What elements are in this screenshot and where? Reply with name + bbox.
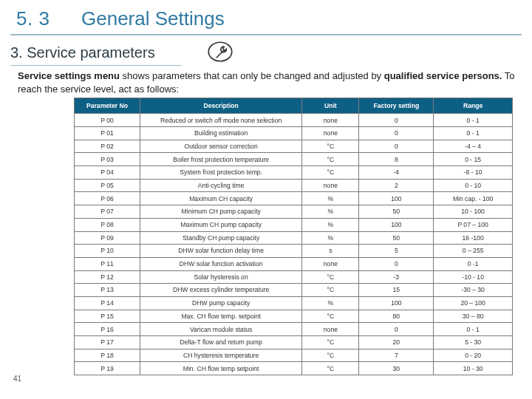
table-row: P 13DHW excess cylinder temperature°C15-… [75, 284, 513, 297]
cell-range: 20 – 100 [434, 296, 513, 310]
cell-range: 5 - 30 [434, 336, 513, 349]
wrench-icon [207, 38, 233, 68]
cell-unit: % [302, 205, 359, 219]
cell-no: P 00 [75, 114, 140, 127]
cell-range: 0 - 1 [434, 114, 513, 127]
cell-factory: 0 [359, 323, 434, 336]
cell-no: P 08 [75, 218, 140, 231]
cell-no: P 07 [75, 205, 140, 219]
cell-desc: Maximum CH capacity [140, 192, 301, 205]
table-row: P 15Max. CH flow temp. setpoint°C8030 – … [75, 310, 513, 323]
cell-factory: 0 [359, 257, 434, 270]
page-number: 41 [13, 375, 21, 383]
col-factory: Factory setting [359, 98, 434, 114]
section-number: 5. 3 [16, 7, 50, 30]
cell-unit: °C [302, 310, 359, 323]
table-row: P 12Solar hysteresis on°C-3-10 - 10 [75, 270, 513, 284]
cell-factory: -4 [359, 166, 434, 180]
cell-factory: 2 [359, 179, 434, 192]
cell-range: 0 - 15 [434, 153, 513, 166]
cell-desc: Maximum CH pump capacity [140, 218, 301, 231]
cell-desc: System frost protection temp. [140, 166, 301, 180]
cell-no: P 02 [75, 140, 140, 153]
cell-unit: °C [302, 284, 359, 297]
cell-no: P 18 [75, 349, 140, 362]
cell-unit: % [302, 218, 359, 231]
parameter-table: Parameter No Description Unit Factory se… [74, 98, 513, 375]
cell-unit: °C [302, 270, 359, 284]
cell-range: -8 - 10 [434, 166, 513, 180]
cell-range: -30 – 30 [434, 284, 513, 297]
cell-desc: Max. CH flow temp. setpoint [140, 310, 301, 323]
cell-no: P 04 [75, 166, 140, 180]
cell-no: P 15 [75, 310, 140, 323]
cell-no: P 12 [75, 270, 140, 284]
cell-desc: DHW excess cylinder temperature [140, 284, 301, 297]
col-unit: Unit [302, 98, 359, 114]
cell-range: 10 - 30 [434, 362, 513, 375]
cell-range: 0 -1 [434, 257, 513, 270]
cell-desc: Standby CH pump capacity [140, 231, 301, 245]
cell-unit: °C [302, 140, 359, 153]
cell-unit: none [302, 323, 359, 336]
cell-unit: °C [302, 153, 359, 166]
table-row: P 03Boiler frost protection temperature°… [75, 153, 513, 166]
cell-unit: none [302, 127, 359, 140]
table-row: P 00Reduced or switch off mode none sele… [75, 114, 513, 127]
cell-no: P 19 [75, 362, 140, 375]
cell-no: P 17 [75, 336, 140, 349]
cell-factory: -3 [359, 270, 434, 284]
cell-range: P 07 – 100 [434, 218, 513, 231]
cell-factory: 80 [359, 310, 434, 323]
cell-desc: Delta-T flow and return pump [140, 336, 301, 349]
cell-no: P 09 [75, 231, 140, 245]
cell-unit: °C [302, 362, 359, 375]
table-row: P 11DHW solar function activationnone00 … [75, 257, 513, 270]
table-row: P 19Min. CH flow temp setpoint°C3010 - 3… [75, 362, 513, 375]
cell-no: P 05 [75, 179, 140, 192]
cell-no: P 13 [75, 284, 140, 297]
table-row: P 10DHW solar function delay times50 – 2… [75, 245, 513, 258]
cell-no: P 11 [75, 257, 140, 270]
cell-range: 16 -100 [434, 231, 513, 245]
cell-range: 0 - 20 [434, 349, 513, 362]
cell-factory: 15 [359, 284, 434, 297]
cell-desc: DHW pump capacity [140, 296, 301, 310]
cell-desc: Min. CH flow temp setpoint [140, 362, 301, 375]
cell-range: 10 - 100 [434, 205, 513, 219]
table-row: P 05Anti-cycling timenone20 - 10 [75, 179, 513, 192]
cell-range: 0 - 1 [434, 323, 513, 336]
cell-factory: 100 [359, 192, 434, 205]
cell-desc: Varican module status [140, 323, 301, 336]
subtitle: 3. Service parameters [10, 44, 155, 61]
cell-range: 0 - 1 [434, 127, 513, 140]
table-row: P 07Minimum CH pump capacity%5010 - 100 [75, 205, 513, 219]
table-row: P 06Maximum CH capacity%100Min cap. - 10… [75, 192, 513, 205]
cell-unit: °C [302, 166, 359, 180]
cell-factory: 50 [359, 205, 434, 219]
cell-unit: % [302, 192, 359, 205]
page-title: General Settings [81, 7, 225, 30]
table-row: P 17Delta-T flow and return pump°C205 - … [75, 336, 513, 349]
cell-desc: Boiler frost protection temperature [140, 153, 301, 166]
cell-no: P 06 [75, 192, 140, 205]
cell-factory: 0 [359, 127, 434, 140]
subtitle-rule [10, 65, 182, 66]
table-row: P 01Building estimationnone00 - 1 [75, 127, 513, 140]
cell-factory: 7 [359, 349, 434, 362]
cell-range: -4 – 4 [434, 140, 513, 153]
parameter-table-wrapper: Parameter No Description Unit Factory se… [74, 98, 513, 375]
cell-factory: 20 [359, 336, 434, 349]
cell-no: P 03 [75, 153, 140, 166]
cell-factory: 8 [359, 153, 434, 166]
cell-desc: Solar hysteresis on [140, 270, 301, 284]
table-row: P 16Varican module statusnone00 - 1 [75, 323, 513, 336]
cell-range: -10 - 10 [434, 270, 513, 284]
col-parameter-no: Parameter No [75, 98, 140, 114]
col-range: Range [434, 98, 513, 114]
cell-desc: Reduced or switch off mode none selectio… [140, 114, 301, 127]
cell-unit: none [302, 257, 359, 270]
cell-range: 0 - 10 [434, 179, 513, 192]
cell-unit: none [302, 114, 359, 127]
cell-desc: Anti-cycling time [140, 179, 301, 192]
